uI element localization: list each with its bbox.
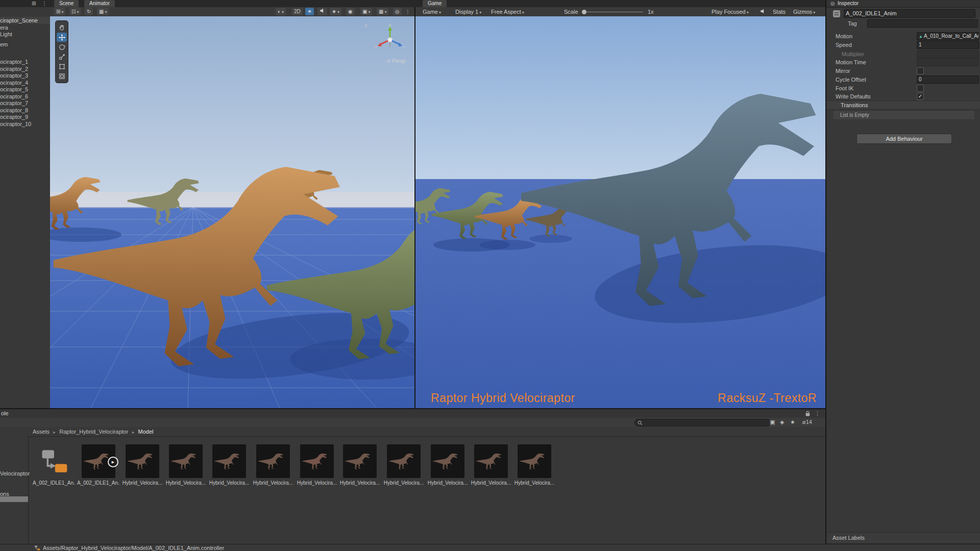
lock-icon[interactable] [805,410,811,417]
asset-item-model[interactable]: Hybrid_Velocira... [164,444,207,486]
gizmos-dropdown[interactable]: Gizmos▾ [793,8,815,15]
scene-viewport[interactable]: ≡ y x z ⊲ Persp [50,16,414,408]
perspective-label[interactable]: ⊲ Persp [386,58,405,64]
grid-snap-dropdown[interactable]: ⊞▾ [54,8,65,15]
gizmo-settings-button[interactable]: ◎ [393,8,402,15]
play-preview-icon[interactable]: ▶ [108,457,118,467]
transitions-header[interactable]: Transitions [826,101,980,110]
write-defaults-row: Write Defaults ✓ [826,92,980,101]
hierarchy-menu-icon[interactable]: ⋮ [42,1,47,6]
game-view-dropdown[interactable]: Game▾ [423,8,441,15]
asset-item-model[interactable]: Hybrid_Velocira... [296,444,338,486]
asset-item-model[interactable]: Hybrid_Velocira... [208,444,251,486]
breadcrumb-assets[interactable]: Assets [33,429,50,435]
orientation-gizmo[interactable]: y x z [374,23,406,56]
foot-ik-checkbox[interactable] [917,85,924,92]
tab-game[interactable]: Game [423,0,447,7]
asset-item-model[interactable]: Hybrid_Velocira... [426,444,469,486]
search-by-type-icon[interactable]: ▣ [770,419,775,425]
hierarchy-item-velociraptor-1[interactable]: ociraptor_1 [0,59,28,65]
hand-tool-button[interactable] [57,23,67,32]
hierarchy-item-velociraptor-2[interactable]: ociraptor_2 [0,66,28,72]
hierarchy-item-velociraptor-5[interactable]: ociraptor_5 [0,86,28,93]
hierarchy-item-light[interactable]: Light [0,31,12,38]
project-search[interactable] [634,419,771,427]
speed-row: Speed 1 [826,41,980,49]
tab-scene[interactable]: Scene [54,0,79,7]
asset-item-anim[interactable]: ▶ A_002_IDLE1_An... [77,444,120,486]
hierarchy-item-velociraptor-4[interactable]: ociraptor_4 [0,80,28,86]
rotation-snap-button[interactable]: ↻ [85,8,93,15]
speed-field[interactable]: 1 [917,41,979,49]
tree-item-velociraptor[interactable]: Velociraptor [0,470,30,477]
motion-object-field[interactable]: ▲A_010_Roar_to_Call_Anim [917,32,979,40]
mirror-checkbox[interactable] [917,67,924,74]
move-tool-button[interactable] [57,33,67,42]
hidden-count-toggle[interactable]: ⌀14 [802,419,812,425]
display-dropdown[interactable]: Display 1▾ [455,8,481,15]
multiplier-field[interactable] [917,50,979,58]
asset-labels-section[interactable]: Asset Labels [826,532,980,544]
motion-row: Motion ▲A_010_Roar_to_Call_Anim [826,32,980,40]
favorites-star-icon[interactable]: ★ [790,419,795,425]
asset-item-model[interactable]: Hybrid_Velocira... [338,444,381,486]
cycle-offset-field[interactable]: 0 [917,76,979,84]
game-viewport[interactable]: Raptor Hybrid Velociraptor RacksuZ -Trex… [415,16,826,408]
search-input[interactable] [645,420,768,425]
scale-slider-knob[interactable] [582,10,586,14]
add-behaviour-button[interactable]: Add Behaviour [856,134,952,144]
pivot-dropdown[interactable]: ⊡▾ [69,8,81,15]
hierarchy-options-icon[interactable]: ⊞ [32,1,36,6]
rotate-tool-button[interactable] [57,42,67,52]
toggle-2d-button[interactable]: 2D [292,8,303,15]
gizmo-menu-icon[interactable]: ≡ [364,22,368,29]
stats-button[interactable]: Stats [773,8,786,15]
asset-item-controller[interactable]: A_002_IDLE1_An... [33,444,76,486]
scene-toolbar-menu-icon[interactable]: ⋮ [403,8,412,15]
breadcrumb-model[interactable]: Model [138,429,154,435]
motion-time-field[interactable] [917,58,979,66]
aspect-dropdown[interactable]: Free Aspect▾ [491,8,524,15]
selected-asset-path[interactable]: Assets/Raptor_Hybrid_Velociraptor/Model/… [43,544,224,551]
hierarchy-item-system[interactable]: em [0,41,8,48]
mute-audio-button[interactable] [760,8,766,15]
lighting-toggle-button[interactable]: ☀ [305,8,314,15]
project-menu-icon[interactable]: ⋮ [815,410,820,417]
asset-item-model[interactable]: Hybrid_Velocira... [382,444,425,486]
search-by-label-icon[interactable]: ◈ [780,419,784,425]
speaker-icon [760,9,766,14]
hierarchy-item-velociraptor-9[interactable]: ociraptor_9 [0,114,28,120]
scale-slider[interactable] [582,8,643,15]
draw-mode-dropdown[interactable]: ◐▾ [276,8,286,15]
asset-item-model[interactable]: Hybrid_Velocira... [252,444,295,486]
tab-animator[interactable]: Animator [84,0,115,7]
hierarchy-item-velociraptor-6[interactable]: ociraptor_6 [0,93,28,100]
grid-visibility-dropdown[interactable]: ▦▾ [97,8,109,15]
asset-item-model[interactable]: Hybrid_Velocira... [121,444,164,486]
effects-dropdown[interactable]: ★▾ [330,8,341,15]
play-focused-dropdown[interactable]: Play Focused▾ [712,8,749,15]
asset-item-model[interactable]: Hybrid_Velocira... [470,444,512,486]
tag-field[interactable] [867,19,978,28]
scale-tool-button[interactable] [57,52,67,61]
breadcrumb-folder[interactable]: Raptor_Hybrid_Velociraptor [59,429,128,435]
tree-selected-item[interactable] [0,496,28,502]
hierarchy-item-camera[interactable]: era [0,24,8,31]
transform-tool-button[interactable] [57,71,67,81]
audio-toggle-button[interactable] [317,8,327,15]
scene-visibility-toggle[interactable]: ◉ [346,8,355,15]
asset-item-model[interactable]: Hybrid_Velocira... [513,444,556,486]
camera-settings-dropdown[interactable]: ▦▾ [377,8,388,15]
hierarchy-item-velociraptor-8[interactable]: ociraptor_8 [0,107,28,114]
hierarchy-item-velociraptor-10[interactable]: ociraptor_10 [0,121,31,128]
inspector-tab[interactable]: ◎ Inspector [826,0,980,8]
hierarchy-item-velociraptor-7[interactable]: ociraptor_7 [0,100,28,107]
object-name-field[interactable]: A_002_IDLE1_Anim [844,9,975,18]
write-defaults-checkbox[interactable]: ✓ [917,93,924,100]
hierarchy-item-velociraptor-3[interactable]: ociraptor_3 [0,72,28,79]
console-tab-partial[interactable]: ole [1,410,9,416]
rect-tool-button[interactable] [57,62,67,71]
hierarchy-scene-header[interactable]: ciraptor_Scene [0,17,50,24]
game-render [415,16,826,408]
component-filter-dropdown[interactable]: ▣▾ [360,8,372,15]
